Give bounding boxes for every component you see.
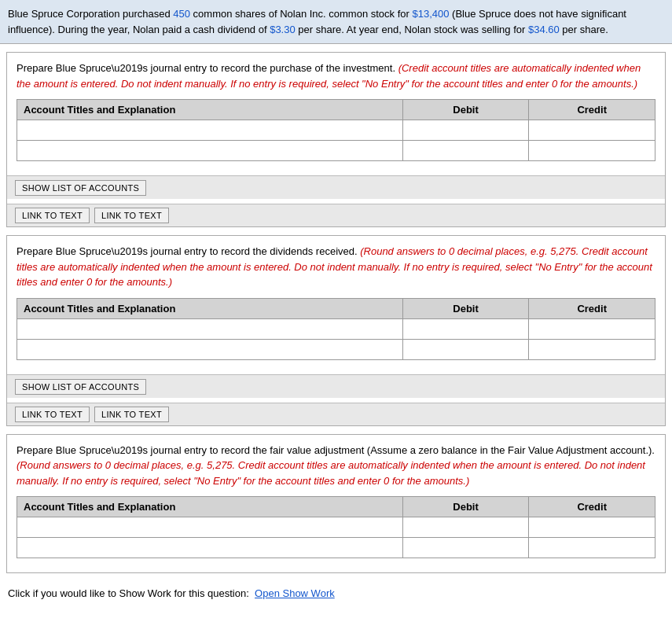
show-list-button-2[interactable]: SHOW LIST OF ACCOUNTS [15, 379, 146, 395]
section-2-question: Prepare Blue Spruce\u2019s journal entry… [17, 244, 655, 290]
account-cell[interactable] [17, 141, 403, 161]
section-2-footer: LINK TO TEXT LINK TO TEXT [7, 403, 665, 425]
section-2-show-list-area: SHOW LIST OF ACCOUNTS [7, 374, 665, 398]
col-header-debit-2: Debit [402, 298, 529, 318]
credit-input-3-1[interactable] [533, 520, 651, 535]
section-1-show-list-area: SHOW LIST OF ACCOUNTS [7, 175, 665, 199]
credit-cell[interactable] [529, 538, 655, 558]
credit-input-2-2[interactable] [533, 342, 651, 357]
col-header-credit-3: Credit [529, 497, 655, 517]
debit-cell[interactable] [402, 141, 529, 161]
intro-text-static: Blue Spruce Corporation purchased [8, 8, 173, 20]
col-header-account-1: Account Titles and Explanation [17, 100, 403, 120]
debit-input-3-2[interactable] [407, 540, 525, 555]
col-header-account-3: Account Titles and Explanation [17, 497, 403, 517]
credit-cell[interactable] [529, 517, 655, 538]
section-3-question-text: Prepare Blue Spruce\u2019s journal entry… [17, 444, 655, 456]
section-3-content: Prepare Blue Spruce\u2019s journal entry… [7, 435, 665, 573]
credit-input-3-2[interactable] [533, 540, 651, 555]
credit-cell[interactable] [529, 318, 655, 339]
intro-shares: 450 [173, 8, 190, 20]
section-1-question: Prepare Blue Spruce\u2019s journal entry… [17, 61, 655, 91]
table-row [17, 538, 655, 558]
table-row [17, 517, 655, 538]
debit-input-1-2[interactable] [407, 143, 525, 158]
account-cell[interactable] [17, 538, 403, 558]
show-list-button-1[interactable]: SHOW LIST OF ACCOUNTS [15, 180, 146, 196]
section-2-question-text: Prepare Blue Spruce\u2019s journal entry… [17, 245, 360, 257]
section-1-content: Prepare Blue Spruce\u2019s journal entry… [7, 53, 665, 175]
debit-cell[interactable] [402, 339, 529, 359]
section-1-table: Account Titles and Explanation Debit Cre… [17, 99, 655, 161]
debit-cell[interactable] [402, 538, 529, 558]
intro-text-4: per share. At year end, Nolan stock was … [296, 24, 528, 35]
section-2-content: Prepare Blue Spruce\u2019s journal entry… [7, 236, 665, 374]
account-cell[interactable] [17, 339, 403, 359]
account-input-3-1[interactable] [21, 520, 398, 535]
intro-amount: $13,400 [413, 8, 450, 20]
debit-cell[interactable] [402, 120, 529, 141]
section-2: Prepare Blue Spruce\u2019s journal entry… [6, 235, 666, 426]
section-1: Prepare Blue Spruce\u2019s journal entry… [6, 52, 666, 227]
debit-cell[interactable] [402, 517, 529, 538]
section-3-question: Prepare Blue Spruce\u2019s journal entry… [17, 443, 655, 489]
table-row [17, 318, 655, 339]
section-1-footer: LINK TO TEXT LINK TO TEXT [7, 204, 665, 226]
col-header-debit-1: Debit [402, 100, 529, 120]
intro-text-5: per share. [560, 24, 608, 35]
link-to-text-button-1b[interactable]: LINK TO TEXT [94, 208, 169, 223]
account-cell[interactable] [17, 120, 403, 141]
debit-input-2-2[interactable] [407, 342, 525, 357]
section-3: Prepare Blue Spruce\u2019s journal entry… [6, 434, 666, 574]
intro-dividend: $3.30 [270, 24, 296, 35]
section-1-question-text: Prepare Blue Spruce\u2019s journal entry… [17, 62, 398, 74]
debit-input-3-1[interactable] [407, 520, 525, 535]
debit-cell[interactable] [402, 318, 529, 339]
link-to-text-button-2a[interactable]: LINK TO TEXT [15, 407, 90, 422]
intro-text-2: common shares of Nolan Inc. common stock… [190, 8, 413, 20]
section-3-instruction: (Round answers to 0 decimal places, e.g.… [17, 459, 645, 487]
credit-input-1-2[interactable] [533, 143, 651, 158]
table-row [17, 120, 655, 141]
open-show-work-link[interactable]: Open Show Work [255, 587, 335, 599]
credit-cell[interactable] [529, 120, 655, 141]
show-work-area: Click if you would like to Show Work for… [0, 581, 672, 607]
debit-input-1-1[interactable] [407, 123, 525, 138]
account-input-1-2[interactable] [21, 143, 398, 158]
link-to-text-button-1a[interactable]: LINK TO TEXT [15, 208, 90, 223]
section-2-table: Account Titles and Explanation Debit Cre… [17, 298, 655, 360]
credit-input-2-1[interactable] [533, 322, 651, 337]
intro-paragraph: Blue Spruce Corporation purchased 450 co… [0, 0, 672, 44]
col-header-credit-1: Credit [529, 100, 655, 120]
section-3-table: Account Titles and Explanation Debit Cre… [17, 496, 655, 558]
intro-price: $34.60 [528, 24, 560, 35]
debit-input-2-1[interactable] [407, 322, 525, 337]
credit-cell[interactable] [529, 141, 655, 161]
account-input-2-2[interactable] [21, 342, 398, 357]
show-work-label: Click if you would like to Show Work for… [8, 587, 249, 599]
account-input-2-1[interactable] [21, 322, 398, 337]
credit-input-1-1[interactable] [533, 123, 651, 138]
table-row [17, 339, 655, 359]
table-row [17, 141, 655, 161]
col-header-credit-2: Credit [529, 298, 655, 318]
account-input-1-1[interactable] [21, 123, 398, 138]
credit-cell[interactable] [529, 339, 655, 359]
account-cell[interactable] [17, 318, 403, 339]
account-cell[interactable] [17, 517, 403, 538]
link-to-text-button-2b[interactable]: LINK TO TEXT [94, 407, 169, 422]
col-header-debit-3: Debit [402, 497, 529, 517]
account-input-3-2[interactable] [21, 540, 398, 555]
col-header-account-2: Account Titles and Explanation [17, 298, 403, 318]
